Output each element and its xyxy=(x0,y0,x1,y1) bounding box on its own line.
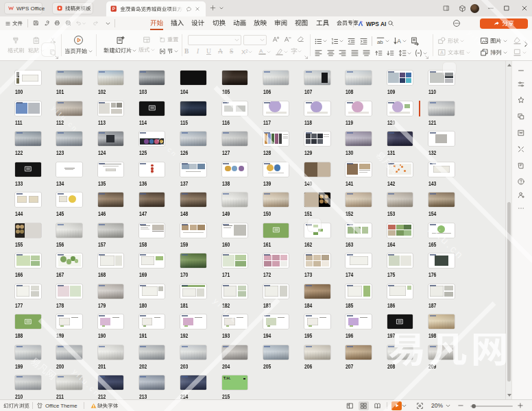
layout-button[interactable] xyxy=(137,36,156,53)
slide-thumbnail-143[interactable] xyxy=(428,162,455,177)
skin-center-icon[interactable] xyxy=(517,129,524,136)
slide-thumbnail-138[interactable] xyxy=(222,162,248,177)
slide-thumbnail-180[interactable] xyxy=(139,284,165,299)
help-icon[interactable] xyxy=(517,178,524,186)
slide-thumbnail-107[interactable] xyxy=(304,71,330,85)
text-direction-button[interactable]: A xyxy=(393,36,407,46)
wps-ai-logo-icon[interactable] xyxy=(357,20,364,27)
slide-thumbnail-131[interactable] xyxy=(387,132,413,146)
slide-thumbnail-196[interactable] xyxy=(346,314,372,329)
slide-thumbnail-147[interactable] xyxy=(139,192,165,207)
labs-cube-icon[interactable] xyxy=(459,5,466,12)
slide-thumbnail-174[interactable] xyxy=(346,253,372,268)
slide-thumbnail-126[interactable] xyxy=(180,132,206,146)
align-center-icon[interactable] xyxy=(326,49,335,58)
shape-outline-button[interactable] xyxy=(513,48,527,57)
user-avatar[interactable] xyxy=(470,4,479,13)
char-case-button[interactable] xyxy=(291,47,302,55)
tab-list-chevron[interactable] xyxy=(219,6,223,10)
properties-icon[interactable] xyxy=(517,80,524,88)
slide-thumbnail-193[interactable] xyxy=(222,314,248,329)
menu-item-视图[interactable] xyxy=(294,19,309,27)
tools-icon[interactable] xyxy=(517,146,524,153)
missing-fonts-label[interactable] xyxy=(97,403,118,409)
slide-thumbnail-179[interactable] xyxy=(98,284,124,299)
copy-icon[interactable] xyxy=(49,49,56,55)
menu-item-插入[interactable] xyxy=(170,19,184,27)
paragraph-dialog-launcher[interactable] xyxy=(425,55,429,60)
slide-thumbnail-192[interactable] xyxy=(180,314,206,329)
shapes-button[interactable] xyxy=(437,36,464,45)
tab-template-doc[interactable] xyxy=(52,2,93,14)
line-spacing-button[interactable] xyxy=(398,49,411,58)
menu-item-会员专享[interactable] xyxy=(336,20,359,26)
format-painter-button[interactable] xyxy=(5,36,26,53)
slide-thumbnail-166[interactable] xyxy=(15,253,41,268)
scroll-down-arrow[interactable] xyxy=(507,394,511,397)
notes-icon[interactable] xyxy=(517,162,524,170)
slide-thumbnail-137[interactable] xyxy=(180,162,206,177)
undo-icon[interactable] xyxy=(75,20,82,26)
slide-thumbnail-159[interactable] xyxy=(180,223,206,238)
slide-thumbnail-100[interactable] xyxy=(15,71,41,85)
slide-thumbnail-201[interactable] xyxy=(98,345,124,360)
menu-item-动画[interactable] xyxy=(232,19,247,27)
slide-thumbnail-187[interactable] xyxy=(428,284,455,299)
slide-thumbnail-115[interactable] xyxy=(180,101,206,116)
decrease-indent-icon[interactable] xyxy=(347,37,356,46)
slide-thumbnail-136[interactable] xyxy=(139,162,165,177)
slide-thumbnail-153[interactable] xyxy=(387,192,413,207)
slide-thumbnail-122[interactable] xyxy=(15,132,41,146)
highlight-button[interactable] xyxy=(275,47,288,56)
message-center-icon[interactable] xyxy=(452,19,461,27)
slide-thumbnail-188[interactable] xyxy=(15,314,41,329)
char-button[interactable]: A xyxy=(218,48,223,55)
slide-thumbnail-181[interactable] xyxy=(180,284,206,299)
slide-thumbnail-176[interactable] xyxy=(428,253,455,268)
slide-thumbnail-104[interactable] xyxy=(180,71,206,85)
slide-thumbnail-171[interactable] xyxy=(222,253,248,268)
slide-thumbnail-200[interactable] xyxy=(56,345,82,360)
window-close-button[interactable] xyxy=(521,5,528,12)
wps-ai-label[interactable]: WPS AI xyxy=(365,21,387,27)
slide-thumbnail-155[interactable] xyxy=(15,223,41,238)
slide-thumbnail-205[interactable] xyxy=(263,345,289,360)
menu-file[interactable] xyxy=(12,21,23,27)
fit-slide-icon[interactable] xyxy=(416,402,424,410)
menu-item-切换[interactable] xyxy=(212,19,226,27)
menu-item-审阅[interactable] xyxy=(274,19,288,27)
space-after-icon[interactable] xyxy=(386,49,395,58)
slide-thumbnail-160[interactable] xyxy=(222,223,248,238)
reset-button[interactable] xyxy=(159,36,178,43)
scrollbar-thumb[interactable] xyxy=(507,202,511,382)
print-icon[interactable] xyxy=(54,20,60,26)
slide-thumbnail-182[interactable] xyxy=(222,284,248,299)
slide-thumbnail-125[interactable] xyxy=(139,132,165,146)
slide-thumbnail-144[interactable] xyxy=(15,192,41,207)
slide-thumbnail-129[interactable] xyxy=(304,132,330,146)
align-left-icon[interactable] xyxy=(314,49,323,58)
menu-item-开始[interactable] xyxy=(149,19,164,27)
slide-thumbnail-110[interactable] xyxy=(428,71,455,85)
tab-active-document[interactable] xyxy=(106,1,206,16)
align-justify-icon[interactable] xyxy=(350,49,359,58)
font-family-select[interactable] xyxy=(188,35,241,45)
zoom-in-icon[interactable] xyxy=(517,402,524,409)
slide-thumbnail-102[interactable] xyxy=(98,71,124,85)
slide-thumbnail-197[interactable] xyxy=(387,314,413,329)
more-tools-icon[interactable] xyxy=(517,204,524,212)
font-dialog-launcher[interactable] xyxy=(304,55,309,60)
slide-thumbnail-175[interactable] xyxy=(387,253,413,268)
slide-thumbnail-206[interactable] xyxy=(304,345,330,360)
slide-thumbnail-164[interactable] xyxy=(387,223,413,238)
menu-item-工具[interactable] xyxy=(315,19,330,27)
slide-thumbnail-106[interactable] xyxy=(263,71,289,85)
font-color-button[interactable]: A xyxy=(258,47,271,56)
slide-thumbnail-152[interactable] xyxy=(346,192,372,207)
increase-indent-icon[interactable] xyxy=(359,37,368,46)
ribbon-expand-chevron[interactable] xyxy=(523,41,529,47)
window-minimize-button[interactable] xyxy=(487,5,494,12)
slide-thumbnail-141[interactable] xyxy=(346,162,372,177)
arrange-button[interactable] xyxy=(480,48,507,57)
tab-wps-home[interactable]: WPS Office xyxy=(4,2,43,14)
